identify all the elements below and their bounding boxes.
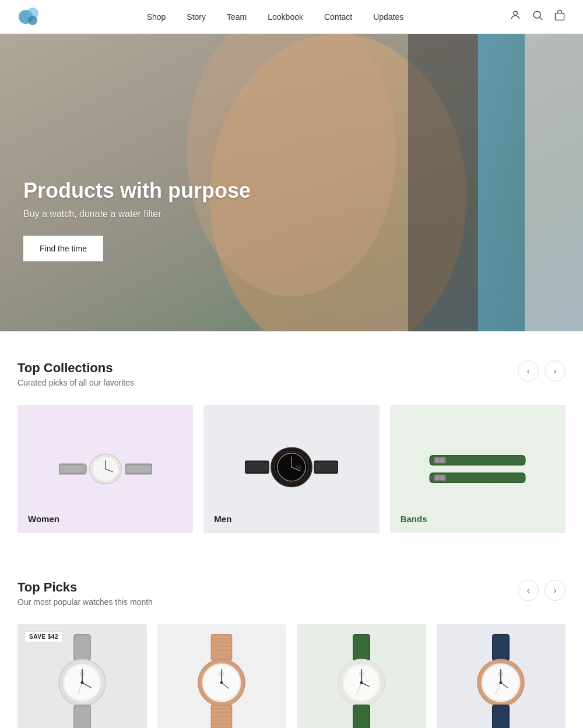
svg-point-90 bbox=[360, 681, 363, 684]
pick-card-4[interactable] bbox=[437, 624, 566, 728]
collections-subtitle: Curated picks of all our favorites bbox=[17, 378, 134, 387]
top-picks-header: Top Picks Our most popular watches this … bbox=[17, 580, 566, 607]
svg-rect-12 bbox=[408, 34, 478, 331]
svg-point-3 bbox=[514, 11, 518, 15]
collections-grid: Women bbox=[17, 405, 566, 533]
top-picks-subtitle: Our most popular watches this month bbox=[17, 597, 153, 607]
nav-story[interactable]: Story bbox=[187, 12, 206, 22]
top-picks-grid: SAVE $42 bbox=[17, 624, 566, 728]
collections-header: Top Collections Curated picks of all our… bbox=[17, 360, 566, 387]
pick-card-2[interactable] bbox=[157, 624, 287, 728]
collection-card-bands[interactable]: Bands bbox=[390, 405, 566, 533]
nav-shop[interactable]: Shop bbox=[147, 12, 166, 22]
svg-point-102 bbox=[500, 681, 503, 684]
svg-point-55 bbox=[80, 681, 83, 684]
top-picks-carousel-controls: ‹ › bbox=[518, 580, 566, 601]
hero-content: Products with purpose Buy a watch, donat… bbox=[23, 178, 251, 261]
collection-card-women[interactable]: Women bbox=[17, 405, 193, 533]
bag-icon[interactable] bbox=[554, 9, 566, 24]
collection-card-men[interactable]: Men bbox=[203, 405, 379, 533]
hero-cta-button[interactable]: Find the time bbox=[23, 236, 103, 261]
svg-rect-105 bbox=[493, 705, 509, 728]
svg-rect-8 bbox=[478, 34, 525, 331]
save-badge-1: SAVE $42 bbox=[24, 631, 63, 642]
pick-card-3[interactable] bbox=[297, 624, 426, 728]
nav-team[interactable]: Team bbox=[227, 12, 247, 22]
nav-actions bbox=[510, 9, 566, 24]
svg-line-5 bbox=[540, 18, 543, 20]
svg-rect-32 bbox=[315, 463, 337, 472]
search-icon[interactable] bbox=[532, 9, 543, 24]
nav-updates[interactable]: Updates bbox=[373, 12, 403, 22]
nav-contact[interactable]: Contact bbox=[324, 12, 352, 22]
svg-point-72 bbox=[220, 681, 223, 684]
women-card-label: Women bbox=[17, 505, 193, 533]
hero-subtitle: Buy a watch, donate a water filter bbox=[23, 209, 251, 219]
svg-rect-93 bbox=[353, 705, 369, 728]
svg-rect-23 bbox=[246, 463, 268, 472]
svg-rect-83 bbox=[353, 635, 369, 659]
collections-carousel-controls: ‹ › bbox=[518, 360, 566, 382]
hero-title: Products with purpose bbox=[23, 178, 251, 203]
svg-rect-6 bbox=[556, 13, 564, 20]
svg-rect-21 bbox=[82, 465, 87, 473]
top-picks-prev-button[interactable]: ‹ bbox=[518, 580, 539, 601]
svg-point-2 bbox=[28, 16, 37, 25]
collections-title-group: Top Collections Curated picks of all our… bbox=[17, 360, 134, 387]
top-picks-section: Top Picks Our most popular watches this … bbox=[0, 551, 583, 728]
navbar: Shop Story Team Lookbook Contact Updates bbox=[0, 0, 583, 34]
top-picks-title: Top Picks bbox=[17, 580, 153, 595]
svg-point-4 bbox=[533, 11, 540, 18]
account-icon[interactable] bbox=[510, 9, 521, 24]
collections-section: Top Collections Curated picks of all our… bbox=[0, 331, 583, 551]
svg-rect-30 bbox=[296, 466, 301, 469]
bands-card-label: Bands bbox=[390, 505, 566, 533]
svg-rect-58 bbox=[74, 705, 90, 728]
pick-card-1[interactable]: SAVE $42 bbox=[17, 624, 147, 728]
svg-rect-20 bbox=[126, 466, 151, 473]
nav-lookbook[interactable]: Lookbook bbox=[268, 12, 303, 22]
svg-rect-95 bbox=[493, 635, 509, 659]
svg-rect-14 bbox=[59, 466, 85, 473]
logo[interactable] bbox=[17, 5, 41, 29]
hero-section: Products with purpose Buy a watch, donat… bbox=[0, 34, 583, 331]
svg-rect-9 bbox=[525, 34, 583, 331]
top-picks-title-group: Top Picks Our most popular watches this … bbox=[17, 580, 153, 607]
svg-rect-75 bbox=[212, 705, 231, 728]
svg-rect-48 bbox=[74, 635, 90, 659]
collections-title: Top Collections bbox=[17, 360, 134, 376]
men-card-label: Men bbox=[203, 505, 379, 533]
collections-prev-button[interactable]: ‹ bbox=[518, 360, 539, 382]
collections-next-button[interactable]: › bbox=[545, 360, 566, 382]
top-picks-next-button[interactable]: › bbox=[545, 580, 566, 601]
nav-links: Shop Story Team Lookbook Contact Updates bbox=[147, 12, 404, 22]
